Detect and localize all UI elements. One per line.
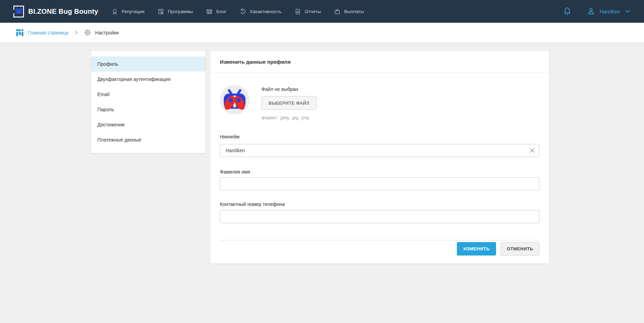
nav-item-payouts[interactable]: Выплаты xyxy=(334,8,364,15)
card-header: Изменить данные профиля xyxy=(210,51,549,73)
user-name: Han0ken xyxy=(600,9,620,14)
report-icon xyxy=(294,8,301,15)
phone-label: Контактный номер телефона xyxy=(220,201,539,207)
sidebar-item-profile[interactable]: Профиль xyxy=(91,56,205,72)
brand-logo[interactable]: BI.ZONE Bug Bounty xyxy=(13,5,98,18)
chevron-right-icon xyxy=(75,30,78,35)
building-icon xyxy=(158,8,164,15)
nav-item-hackactivity[interactable]: Хакактивность xyxy=(239,8,281,15)
cancel-button[interactable]: ОТМЕНИТЬ xyxy=(501,242,539,256)
clear-nickname-icon[interactable] xyxy=(529,148,535,153)
phone-input[interactable] xyxy=(220,210,539,223)
dashboard-tiles-icon xyxy=(16,29,24,37)
user-menu[interactable]: Han0ken xyxy=(587,8,630,15)
main-nav: Репутация Программы Блог xyxy=(111,8,364,15)
sidebar-item-password[interactable]: Пароль xyxy=(91,102,205,117)
ladybug-avatar xyxy=(220,85,249,115)
breadcrumb: Главная страница Настройки xyxy=(0,23,644,43)
field-phone: Контактный номер телефона xyxy=(220,201,539,223)
top-navbar: BI.ZONE Bug Bounty Репутация Программы xyxy=(0,0,644,23)
fullname-input[interactable] xyxy=(220,177,539,190)
form-actions: ИЗМЕНИТЬ ОТМЕНИТЬ xyxy=(220,242,539,256)
avatar-upload-section: Файл не выбран ВЫБЕРИТЕ ФАЙЛ формат: .jp… xyxy=(220,85,539,120)
breadcrumb-current-label: Настройки xyxy=(95,30,119,35)
nav-item-reports[interactable]: Отчеты xyxy=(294,8,321,15)
submit-button[interactable]: ИЗМЕНИТЬ xyxy=(457,242,496,256)
gear-icon xyxy=(84,29,91,36)
format-hint: формат: .jpeg, .jpg, .png xyxy=(261,115,316,120)
sidebar-item-two-factor[interactable]: Двухфакторная аутентификация xyxy=(91,72,205,87)
sidebar-item-payment-details[interactable]: Платежные данные xyxy=(91,132,205,147)
field-nickname: Никнейм xyxy=(220,134,539,157)
nav-item-programs[interactable]: Программы xyxy=(158,8,193,15)
nav-item-blog[interactable]: Блог xyxy=(206,8,226,15)
nickname-label: Никнейм xyxy=(220,134,539,139)
nickname-input[interactable] xyxy=(220,144,539,157)
breadcrumb-home-label: Главная страница xyxy=(28,30,68,35)
profile-edit-card: Изменить данные профиля xyxy=(210,51,549,263)
chevron-down-icon xyxy=(625,10,630,13)
history-icon xyxy=(239,8,246,15)
bell-icon[interactable] xyxy=(563,7,571,16)
choose-file-button[interactable]: ВЫБЕРИТЕ ФАЙЛ xyxy=(261,96,316,110)
sidebar-item-email[interactable]: Email xyxy=(91,87,205,102)
settings-sidebar: Профиль Двухфакторная аутентификация Ema… xyxy=(91,51,205,153)
fullname-label: Фамилия имя xyxy=(220,169,539,175)
sidebar-item-achievements[interactable]: Достижения xyxy=(91,117,205,132)
page-title: Изменить данные профиля xyxy=(220,59,291,65)
page-content: Профиль Двухфакторная аутентификация Ema… xyxy=(0,43,644,323)
breadcrumb-home-link[interactable]: Главная страница xyxy=(16,29,68,37)
nav-item-reputation[interactable]: Репутация xyxy=(111,8,144,15)
briefcase-icon xyxy=(334,8,341,15)
user-icon xyxy=(587,8,595,15)
award-icon xyxy=(111,8,118,15)
file-status-text: Файл не выбран xyxy=(261,86,316,92)
brand-name: BI.ZONE Bug Bounty xyxy=(28,8,98,15)
field-fullname: Фамилия имя xyxy=(220,169,539,190)
newspaper-icon xyxy=(206,8,213,15)
form-divider xyxy=(220,240,539,240)
breadcrumb-current: Настройки xyxy=(84,29,119,36)
bizone-bug-logo-icon xyxy=(13,5,24,18)
